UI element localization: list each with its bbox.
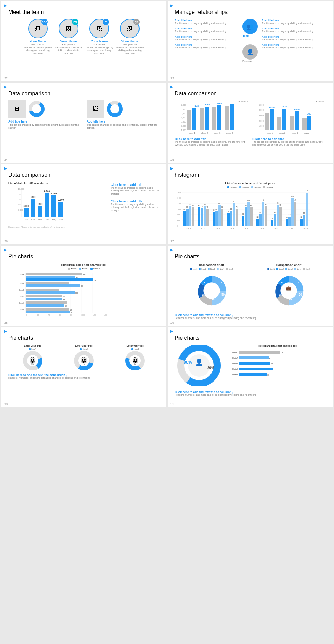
svg-rect-111 [218, 205, 221, 226]
badge-it: IT [103, 19, 109, 25]
svg-text:75: 75 [206, 206, 208, 208]
rel-item-t2: Add title here The title can be changed … [175, 27, 239, 33]
donut-sm-2: Enter your title Item1 30 70 👨‍👩‍👧 [73, 345, 94, 371]
svg-rect-158 [294, 202, 296, 226]
slide-25: ▶ Data comparison ■ Series 1 7,000 6,000… [168, 83, 333, 163]
svg-text:65: 65 [63, 298, 65, 300]
svg-text:6,500: 6,500 [30, 196, 36, 198]
rel-item-t4: Add title here The title can be changed … [175, 43, 239, 49]
donut-title-2: Enter your title [73, 345, 94, 347]
rel-item-t4-text: The title can be changed by clicking and… [175, 46, 239, 49]
svg-rect-134 [256, 219, 259, 226]
slide-num-27: 27 [170, 239, 174, 243]
svg-text:46: 46 [242, 213, 244, 215]
svg-text:110: 110 [294, 199, 296, 201]
right-desc-2: The title can be changed by clicking and… [111, 203, 159, 212]
svg-rect-118 [230, 211, 232, 226]
member-desc-1: The title can be changed by clicking and… [24, 46, 52, 55]
pie-section-29: Comparison chart Item1 Item2 Item3 Item4… [175, 263, 326, 311]
bar-section: ■ Series 1 7,000 6,000 5,000 4,000 3,000… [175, 100, 326, 147]
svg-text:+10%: +10% [193, 105, 199, 107]
conclusion-text-31[interactable]: Click here to add the text the conclusio… [175, 390, 326, 394]
rel-item-t3-title: Add title here [175, 35, 239, 38]
rel-item-t4-title: Add title here [175, 43, 239, 46]
svg-text:88: 88 [75, 292, 78, 294]
svg-rect-104 [206, 209, 209, 226]
svg-rect-138 [262, 202, 264, 226]
comp-subtitle-1[interactable]: Add title here [8, 120, 81, 123]
slide-num-30: 30 [4, 402, 8, 406]
legend2-i1: Item1 [267, 268, 275, 270]
svg-rect-20 [217, 105, 221, 130]
svg-text:3,600: 3,600 [23, 205, 29, 207]
conclusion-sub-31: Headers, numbers, and more can all be ch… [175, 394, 326, 396]
svg-rect-89 [183, 211, 186, 226]
rel-item-p3-title: Add title here [262, 35, 326, 38]
person-icon: 👤 [242, 44, 258, 60]
svg-text:4,560: 4,560 [37, 203, 43, 205]
svg-rect-152 [286, 219, 288, 226]
svg-text:1,000: 1,000 [259, 125, 264, 127]
click-title-1[interactable]: Click here to add title [175, 137, 248, 141]
svg-text:69: 69 [230, 208, 232, 210]
right-title-2[interactable]: Click here to add title [111, 199, 159, 203]
svg-text:0: 0 [177, 225, 178, 227]
click-title-2[interactable]: Click here to add title [252, 137, 326, 141]
data-source-26: Data source: Please enter the source det… [8, 226, 107, 228]
rel-item-t3: Add title here The title can be changed … [175, 35, 239, 41]
corner-icon-30: ▶ [4, 329, 7, 333]
svg-text:6,000: 6,000 [18, 198, 23, 201]
svg-text:100: 100 [232, 201, 235, 202]
comp-item-1: 🖼 60% Add title here Title can be change… [8, 100, 81, 129]
svg-text:140: 140 [177, 197, 181, 199]
avatar-wrap-1: 🖼 CEO [28, 19, 48, 38]
svg-rect-23 [230, 104, 234, 130]
svg-text:53: 53 [274, 212, 276, 214]
member-name-2: Youe Name [55, 40, 82, 43]
comp-subtitle-2[interactable]: Add title here [87, 120, 159, 123]
svg-rect-197 [26, 289, 59, 291]
svg-rect-163 [303, 215, 305, 226]
svg-text:Data1: Data1 [19, 302, 25, 304]
conclusion-text-29[interactable]: Click here to add the text the conclusio… [175, 313, 326, 317]
svg-text:Data4: Data4 [19, 282, 25, 284]
hbar-legend: ■Item3 ■Item2 ■Item1 [8, 268, 159, 270]
svg-text:Data0: Data0 [19, 308, 25, 311]
svg-rect-22 [225, 106, 229, 130]
svg-text:80: 80 [70, 314, 72, 316]
svg-text:120: 120 [93, 279, 96, 281]
team-label: Team [242, 34, 258, 37]
svg-text:80: 80 [245, 205, 247, 207]
slide-num-28: 28 [4, 321, 8, 324]
slide-num-24: 24 [4, 158, 8, 162]
chart-legend-1: ■ Series 1 [175, 100, 248, 102]
people-icon-3: 👨‍👩‍👧 [132, 358, 138, 363]
svg-text:5,600: 5,600 [58, 198, 64, 201]
svg-rect-100 [201, 208, 203, 226]
svg-text:32: 32 [256, 216, 259, 218]
conclusion-text-30[interactable]: Click here to add the text the conclusio… [8, 373, 159, 377]
svg-rect-165 [306, 193, 308, 226]
svg-rect-14 [192, 108, 196, 130]
donut-svg-1: 60% [28, 100, 45, 118]
svg-text:90: 90 [265, 204, 267, 205]
svg-text:75: 75 [68, 302, 70, 304]
svg-text:78: 78 [201, 206, 203, 207]
slide-num-29: 29 [170, 321, 174, 324]
svg-text:24: 24 [271, 218, 273, 220]
svg-rect-122 [236, 209, 238, 226]
svg-text:75: 75 [236, 206, 238, 208]
slide-num-31: 31 [170, 402, 174, 406]
svg-text:85: 85 [279, 204, 281, 206]
legend2-i2: Item2 [276, 268, 284, 270]
bar-chart-1: ■ Series 1 7,000 6,000 5,000 4,000 3,000… [175, 100, 248, 147]
svg-text:80%: 80% [112, 108, 118, 111]
right-title-1[interactable]: Click here to add title [111, 183, 159, 187]
svg-text:18: 18 [202, 293, 205, 296]
svg-rect-102 [204, 206, 206, 226]
rel-item-p2-text: The title can be changed by clicking and… [262, 30, 326, 33]
corner-icon-24: ▶ [4, 85, 7, 89]
svg-text:3,000: 3,000 [259, 115, 264, 117]
comp-desc-2: Title can be changed by clicking and re-… [87, 123, 159, 129]
rel-item-t2-text: The title can be changed by clicking and… [175, 30, 239, 33]
